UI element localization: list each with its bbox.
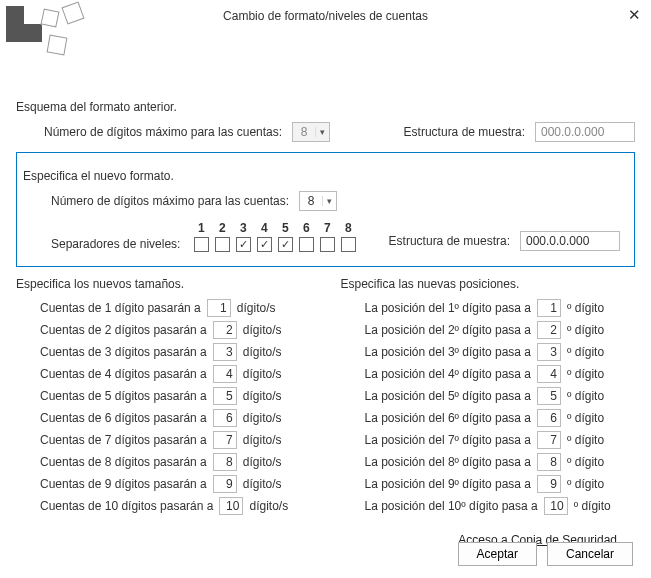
window-title: Cambio de formato/niveles de cuentas — [223, 9, 428, 23]
size-row: Cuentas de 6 dígitos pasarán a6dígito/s — [40, 409, 311, 427]
position-input[interactable]: 6 — [537, 409, 561, 427]
new-sample-label: Estructura de muestra: — [389, 234, 510, 248]
position-row: La posición del 10º dígito pasa a10º díg… — [365, 497, 636, 515]
position-row: La posición del 3º dígito pasa a3º dígit… — [365, 343, 636, 361]
sep-checkbox-2[interactable] — [215, 237, 230, 252]
separators-group: 12345678 ✓✓✓ — [194, 221, 356, 252]
position-input[interactable]: 3 — [537, 343, 561, 361]
app-logo — [4, 4, 84, 60]
position-input[interactable]: 5 — [537, 387, 561, 405]
size-input[interactable]: 5 — [213, 387, 237, 405]
size-unit: dígito/s — [243, 389, 282, 403]
chevron-down-icon: ▾ — [322, 196, 336, 206]
position-input[interactable]: 10 — [544, 497, 568, 515]
position-label: La posición del 1º dígito pasa a — [365, 301, 532, 315]
position-label: La posición del 10º dígito pasa a — [365, 499, 538, 513]
size-label: Cuentas de 1 dígito pasarán a — [40, 301, 201, 315]
sep-number: 4 — [258, 221, 270, 235]
size-label: Cuentas de 6 dígitos pasarán a — [40, 411, 207, 425]
close-icon[interactable]: ✕ — [628, 6, 641, 24]
position-unit: º dígito — [567, 433, 604, 447]
new-max-digits-label: Número de dígitos máximo para las cuenta… — [51, 194, 289, 208]
position-label: La posición del 9º dígito pasa a — [365, 477, 532, 491]
size-unit: dígito/s — [243, 455, 282, 469]
position-input[interactable]: 4 — [537, 365, 561, 383]
size-input[interactable]: 8 — [213, 453, 237, 471]
position-label: La posición del 6º dígito pasa a — [365, 411, 532, 425]
prev-max-digits-label: Número de dígitos máximo para las cuenta… — [44, 125, 282, 139]
position-row: La posición del 4º dígito pasa a4º dígit… — [365, 365, 636, 383]
cancel-button[interactable]: Cancelar — [547, 542, 633, 566]
previous-format-label: Esquema del formato anterior. — [16, 100, 635, 114]
position-unit: º dígito — [567, 477, 604, 491]
sep-checkbox-6[interactable] — [299, 237, 314, 252]
size-unit: dígito/s — [237, 301, 276, 315]
size-unit: dígito/s — [243, 345, 282, 359]
position-input[interactable]: 8 — [537, 453, 561, 471]
size-input[interactable]: 1 — [207, 299, 231, 317]
position-row: La posición del 8º dígito pasa a8º dígit… — [365, 453, 636, 471]
position-input[interactable]: 2 — [537, 321, 561, 339]
position-row: La posición del 1º dígito pasa a1º dígit… — [365, 299, 636, 317]
separators-label: Separadores de niveles: — [51, 237, 180, 251]
position-input[interactable]: 1 — [537, 299, 561, 317]
position-row: La posición del 9º dígito pasa a9º dígit… — [365, 475, 636, 493]
size-unit: dígito/s — [243, 323, 282, 337]
sep-checkbox-1[interactable] — [194, 237, 209, 252]
size-input[interactable]: 4 — [213, 365, 237, 383]
position-label: La posición del 5º dígito pasa a — [365, 389, 532, 403]
sep-number: 3 — [237, 221, 249, 235]
size-label: Cuentas de 7 dígitos pasarán a — [40, 433, 207, 447]
size-unit: dígito/s — [249, 499, 288, 513]
sep-checkbox-4[interactable]: ✓ — [257, 237, 272, 252]
size-input[interactable]: 2 — [213, 321, 237, 339]
size-input[interactable]: 9 — [213, 475, 237, 493]
sep-number: 8 — [342, 221, 354, 235]
sep-checkbox-7[interactable] — [320, 237, 335, 252]
size-unit: dígito/s — [243, 367, 282, 381]
size-input[interactable]: 6 — [213, 409, 237, 427]
position-label: La posición del 4º dígito pasa a — [365, 367, 532, 381]
position-unit: º dígito — [567, 367, 604, 381]
position-unit: º dígito — [567, 389, 604, 403]
titlebar: Cambio de formato/niveles de cuentas ✕ — [0, 0, 651, 32]
position-unit: º dígito — [567, 345, 604, 359]
position-label: La posición del 8º dígito pasa a — [365, 455, 532, 469]
size-row: Cuentas de 10 dígitos pasarán a10dígito/… — [40, 497, 311, 515]
position-row: La posición del 5º dígito pasa a5º dígit… — [365, 387, 636, 405]
new-format-panel: Especifica el nuevo formato. Número de d… — [16, 152, 635, 267]
position-input[interactable]: 9 — [537, 475, 561, 493]
position-unit: º dígito — [567, 411, 604, 425]
positions-header: Especifica las nuevas posiciones. — [341, 277, 636, 291]
size-input[interactable]: 3 — [213, 343, 237, 361]
new-max-digits-select[interactable]: 8 ▾ — [299, 191, 337, 211]
sep-number: 1 — [195, 221, 207, 235]
size-input[interactable]: 7 — [213, 431, 237, 449]
position-row: La posición del 6º dígito pasa a6º dígit… — [365, 409, 636, 427]
size-row: Cuentas de 8 dígitos pasarán a8dígito/s — [40, 453, 311, 471]
sep-checkbox-5[interactable]: ✓ — [278, 237, 293, 252]
chevron-down-icon: ▾ — [315, 127, 329, 137]
sizes-header: Especifica los nuevos tamaños. — [16, 277, 311, 291]
size-unit: dígito/s — [243, 477, 282, 491]
size-row: Cuentas de 9 dígitos pasarán a9dígito/s — [40, 475, 311, 493]
position-row: La posición del 2º dígito pasa a2º dígit… — [365, 321, 636, 339]
position-input[interactable]: 7 — [537, 431, 561, 449]
size-label: Cuentas de 3 dígitos pasarán a — [40, 345, 207, 359]
position-label: La posición del 3º dígito pasa a — [365, 345, 532, 359]
size-label: Cuentas de 10 dígitos pasarán a — [40, 499, 213, 513]
position-label: La posición del 2º dígito pasa a — [365, 323, 532, 337]
new-sample-value: 000.0.0.000 — [520, 231, 620, 251]
size-label: Cuentas de 8 dígitos pasarán a — [40, 455, 207, 469]
size-row: Cuentas de 4 dígitos pasarán a4dígito/s — [40, 365, 311, 383]
sep-checkbox-3[interactable]: ✓ — [236, 237, 251, 252]
size-row: Cuentas de 2 dígitos pasarán a2dígito/s — [40, 321, 311, 339]
position-row: La posición del 7º dígito pasa a7º dígit… — [365, 431, 636, 449]
ok-button[interactable]: Aceptar — [458, 542, 537, 566]
position-unit: º dígito — [567, 455, 604, 469]
size-row: Cuentas de 5 dígitos pasarán a5dígito/s — [40, 387, 311, 405]
size-unit: dígito/s — [243, 433, 282, 447]
sep-checkbox-8[interactable] — [341, 237, 356, 252]
size-input[interactable]: 10 — [219, 497, 243, 515]
position-unit: º dígito — [567, 323, 604, 337]
